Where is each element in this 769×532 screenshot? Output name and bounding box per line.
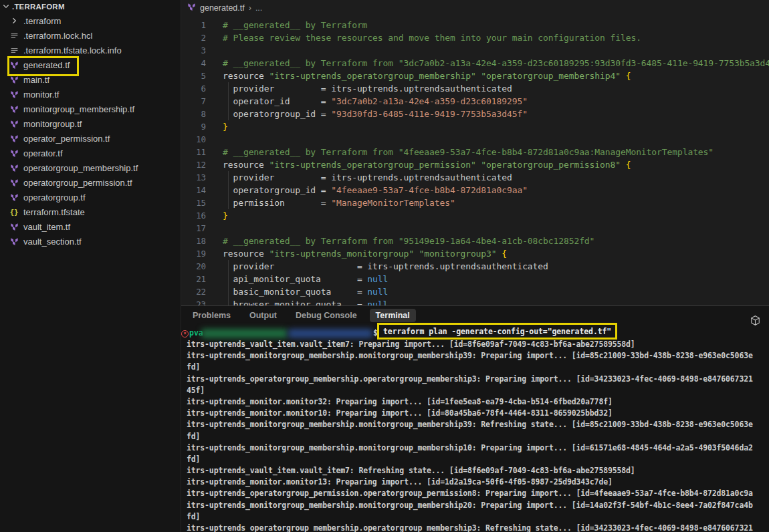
sidebar-item-generated-tf[interactable]: generated.tf xyxy=(0,57,181,72)
sidebar-item-terraform-tfstate-lock-info[interactable]: .terraform.tfstate.lock.info xyxy=(0,43,181,57)
sidebar-item-terraform-lock-hcl[interactable]: .terraform.lock.hcl xyxy=(0,28,181,43)
line-number: 8 xyxy=(181,108,206,120)
code-editor[interactable]: generated.tf › ... 1# __generated__ by T… xyxy=(181,0,769,305)
terraform-icon xyxy=(9,162,19,173)
line-text: api_monitor_quota = null xyxy=(223,273,388,285)
sidebar-item-operator-permission-tf[interactable]: operator_permission.tf xyxy=(0,131,181,146)
line-text: } xyxy=(223,120,228,133)
sidebar-item-terraform[interactable]: .terraform xyxy=(0,13,181,28)
code-line-20: 20 provider = itrs-uptrends.uptrendsauth… xyxy=(181,260,769,273)
file-label: terraform.tfstate xyxy=(23,207,85,217)
code-line-14: 14 operatorgroup_id = "4feeaae9-53a7-4fc… xyxy=(181,184,769,196)
line-number: 6 xyxy=(181,82,206,95)
line-text: provider = itrs-uptrends.uptrendsauthent… xyxy=(223,82,512,95)
panel-tab-terminal[interactable]: Terminal xyxy=(370,309,416,322)
line-text: provider = itrs-uptrends.uptrendsauthent… xyxy=(223,171,512,184)
vscode-window: .TERRAFORM .terraform.terraform.lock.hcl… xyxy=(0,0,769,532)
redacted-host-blur xyxy=(201,329,288,338)
chevron-down-icon xyxy=(2,2,10,11)
line-text: permission = "ManageMonitorTemplates" xyxy=(223,196,455,209)
breadcrumb-file: generated.tf xyxy=(200,3,245,13)
redacted-path-blur xyxy=(288,329,372,338)
list-icon xyxy=(9,30,19,41)
sidebar-item-terraform-tfstate[interactable]: {}terraform.tfstate xyxy=(0,205,181,219)
code-line-4: 4# __generated__ by Terraform from "3dc7… xyxy=(181,57,769,70)
line-number: 10 xyxy=(181,133,206,146)
sidebar-item-vault-item-tf[interactable]: vault_item.tf xyxy=(0,219,181,234)
terminal-line: itrs-uptrends_vault_item.vault_item7: Re… xyxy=(187,465,769,477)
line-number: 5 xyxy=(181,70,206,82)
line-number: 16 xyxy=(181,209,206,222)
code-line-21: 21 api_monitor_quota = null xyxy=(181,273,769,285)
code-lines: 1# __generated__ by Terraform2# Please r… xyxy=(181,19,769,305)
panel-tab-problems[interactable]: Problems xyxy=(187,309,237,322)
line-number: 3 xyxy=(181,44,206,57)
terraform-icon xyxy=(9,133,19,144)
file-label: monitor.tf xyxy=(23,90,59,100)
file-label: operator.tf xyxy=(23,148,63,158)
sidebar-item-main-tf[interactable]: main.tf xyxy=(0,72,181,87)
terminal-output[interactable]: itrs-uptrends_vault_item.vault_item7: Pr… xyxy=(187,339,769,532)
file-label: main.tf xyxy=(23,75,49,85)
breadcrumb-ellipsis[interactable]: ... xyxy=(255,3,262,13)
line-number: 4 xyxy=(181,57,206,70)
terminal-line: itrs-uptrends_monitorgroup_membership.mo… xyxy=(187,419,769,430)
line-number: 9 xyxy=(181,120,206,133)
panel-tabs: ProblemsOutputDebug ConsoleTerminal xyxy=(181,306,769,325)
terminal-line: fd] xyxy=(187,431,769,442)
sidebar-item-operator-tf[interactable]: operator.tf xyxy=(0,146,181,160)
code-line-15: 15 permission = "ManageMonitorTemplates" xyxy=(181,196,769,209)
line-text: browser_monitor_quota = null xyxy=(223,298,388,305)
terminal-line: itrs-uptrends_operatorgroup_membership.o… xyxy=(187,523,769,532)
panel-tab-debug-console[interactable]: Debug Console xyxy=(290,309,363,322)
line-text: resource "itrs-uptrends_operatorgroup_pe… xyxy=(223,158,631,171)
breadcrumb-separator: › xyxy=(249,3,251,13)
sidebar-item-monitor-tf[interactable]: monitor.tf xyxy=(0,87,181,102)
terminal-line: itrs-uptrends_operatorgroup_membership.o… xyxy=(187,374,769,385)
line-number: 20 xyxy=(181,260,206,273)
terminal-line: itrs-uptrends_monitorgroup_membership.mo… xyxy=(187,442,769,454)
line-text: basic_monitor_quota = null xyxy=(223,285,388,298)
sidebar-item-operatorgroup-membership-tf[interactable]: operatorgroup_membership.tf xyxy=(0,160,181,175)
file-list: .terraform.terraform.lock.hcl.terraform.… xyxy=(0,13,181,249)
bottom-panel: ProblemsOutputDebug ConsoleTerminal × pv… xyxy=(181,305,769,532)
code-line-16: 16} xyxy=(181,209,769,222)
terminal-command: terraform plan -generate-config-out="gen… xyxy=(383,327,611,336)
sidebar-item-monitorgroup-membership-tf[interactable]: monitorgroup_membership.tf xyxy=(0,102,181,116)
terminal-line: fd] xyxy=(187,454,769,465)
code-line-17: 17 xyxy=(181,222,769,235)
sidebar-item-operatorgroup-permission-tf[interactable]: operatorgroup_permission.tf xyxy=(0,175,181,190)
file-label: .terraform.tfstate.lock.info xyxy=(23,45,122,55)
terminal-line: 45f] xyxy=(187,385,769,396)
line-number: 14 xyxy=(181,184,206,196)
sidebar-item-vault-section-tf[interactable]: vault_section.tf xyxy=(0,234,181,249)
terraform-icon xyxy=(9,148,19,158)
line-text: resource "itrs-uptrends_monitorgroup" "m… xyxy=(223,247,507,260)
panel-tab-output[interactable]: Output xyxy=(243,309,283,322)
terraform-icon xyxy=(187,3,196,13)
terminal-line: itrs-uptrends_operatorgroup_permission.o… xyxy=(187,488,769,499)
terraform-icon xyxy=(9,118,19,129)
line-text: # __generated__ by Terraform from "4feea… xyxy=(223,146,713,158)
breadcrumb[interactable]: generated.tf › ... xyxy=(187,0,262,16)
file-label: monitorgroup_membership.tf xyxy=(23,104,134,114)
json-icon: {} xyxy=(9,207,19,217)
terraform-icon xyxy=(9,104,19,114)
error-circle-icon: × xyxy=(181,330,189,338)
code-line-11: 11# __generated__ by Terraform from "4fe… xyxy=(181,146,769,158)
sidebar-item-monitorgroup-tf[interactable]: monitorgroup.tf xyxy=(0,116,181,131)
line-number: 19 xyxy=(181,247,206,260)
explorer-section-title: .TERRAFORM xyxy=(12,3,65,11)
explorer-section-header[interactable]: .TERRAFORM xyxy=(0,0,181,13)
sidebar-item-operatorgroup-tf[interactable]: operatorgroup.tf xyxy=(0,190,181,205)
highlight-annotation-command: terraform plan -generate-config-out="gen… xyxy=(377,323,617,340)
chevron-right-icon xyxy=(9,15,19,26)
line-text: # __generated__ by Terraform from "95149… xyxy=(223,235,594,247)
file-label: operatorgroup_membership.tf xyxy=(23,163,138,173)
line-number: 1 xyxy=(181,19,206,31)
line-text: operator_id = "3dc7a0b2-a13a-42e4-a359-d… xyxy=(223,95,528,108)
code-line-19: 19resource "itrs-uptrends_monitorgroup" … xyxy=(181,247,769,260)
line-number: 12 xyxy=(181,158,206,171)
terminal-line: fd] xyxy=(187,511,769,523)
terminal-line: itrs-uptrends_monitor.monitor13: Prepari… xyxy=(187,477,769,488)
